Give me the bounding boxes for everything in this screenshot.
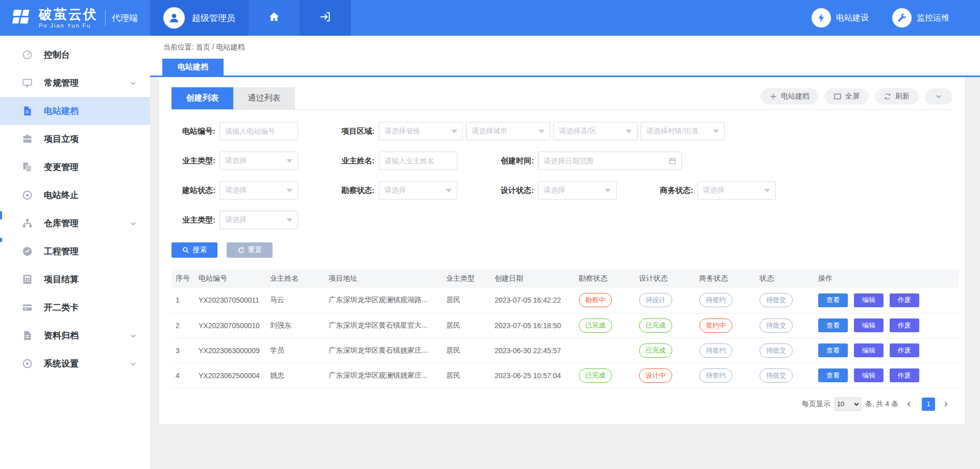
table-header-row: 序号 电站编号 业主姓名 项目地址 业主类型 创建日期 勘察状态 设计状态 商务…	[172, 269, 959, 288]
county-select[interactable]: 请选择县/区	[553, 122, 638, 140]
caret-down-icon	[764, 189, 770, 192]
prev-page-button[interactable]	[902, 401, 916, 408]
view-button[interactable]: 查看	[818, 318, 848, 332]
search-button[interactable]: 搜索	[172, 242, 217, 258]
design-status-select[interactable]: 请选择	[538, 181, 617, 200]
sidebar-item-project-settlement[interactable]: 项目结算	[0, 265, 150, 293]
edit-button[interactable]: 编辑	[854, 343, 884, 357]
collapse-toolbar-button[interactable]	[925, 88, 952, 105]
total-label: 条, 共 4 条	[865, 400, 898, 409]
station-no-input[interactable]	[225, 127, 292, 135]
filter-form: 电站编号: 项目区域: 请选择省份 请选择城市 请选择县/区 请选择村镇/街道 …	[172, 122, 952, 229]
province-select[interactable]: 请选择省份	[379, 122, 463, 140]
reset-button[interactable]: 重置	[227, 242, 273, 258]
build-status-select[interactable]: 请选择	[219, 181, 298, 200]
top-header-bar: 破茧云伏 Po Jian Yun Fu 代理端 超级管理员	[0, 0, 980, 36]
view-button[interactable]: 查看	[818, 343, 848, 357]
sidebar-item-data-archive[interactable]: 资料归档	[0, 322, 150, 350]
refresh-button[interactable]: 刷新	[875, 88, 919, 105]
sitemap-icon	[21, 218, 33, 229]
tab-passed-list[interactable]: 通过列表	[233, 87, 295, 109]
void-button[interactable]: 作废	[890, 368, 919, 382]
fullscreen-button[interactable]: 全屏	[825, 88, 869, 105]
edit-button[interactable]: 编辑	[854, 293, 884, 307]
business-status-label: 商务状态:	[649, 186, 693, 195]
caret-down-icon	[451, 130, 457, 133]
logout-icon	[319, 11, 331, 25]
sidebar-item-console[interactable]: 控制台	[0, 41, 150, 69]
view-button[interactable]: 查看	[818, 368, 848, 382]
survey-status-select[interactable]: 请选择	[379, 181, 457, 200]
business-status-select[interactable]: 请选择	[697, 181, 776, 200]
sidebar-item-engineering-mgmt[interactable]: 工程管理	[0, 237, 150, 265]
table-row: 2 YX2023070500010 刘强东 广东深圳龙华区黄石镇星官大... 居…	[172, 313, 959, 338]
breadcrumb-strip: 当前位置: 首页 / 电站建档 电站建档	[150, 36, 980, 77]
nav-monitor-ops[interactable]: 监控运维	[892, 8, 949, 28]
content-card: 创建列表 通过列表 电站建档 全屏	[159, 77, 965, 424]
file-icon	[21, 330, 33, 341]
page-tab-station-archive[interactable]: 电站建档	[162, 59, 224, 76]
plus-icon	[770, 93, 777, 100]
owner-name-label: 业主姓名:	[331, 156, 375, 166]
status-badge: 设计中	[639, 368, 672, 383]
sidebar-item-system-settings[interactable]: 系统设置	[0, 350, 150, 378]
create-time-field[interactable]	[538, 152, 682, 170]
nav-monitor-ops-label: 监控运维	[917, 13, 949, 23]
status-badge: 勘察中	[579, 293, 612, 307]
document-icon	[21, 106, 33, 117]
sidebar-item-project-initiation[interactable]: 项目立项	[0, 125, 150, 153]
status-badge: 已完成	[579, 368, 612, 383]
chevron-down-icon	[130, 220, 137, 227]
per-page-select[interactable]: 10	[835, 398, 861, 411]
create-station-button[interactable]: 电站建档	[761, 88, 819, 105]
view-button[interactable]: 查看	[818, 293, 848, 307]
nav-station-build[interactable]: 电站建设	[812, 8, 869, 28]
create-time-label: 创建时间:	[490, 156, 534, 166]
status-badge: 待签约	[699, 343, 732, 358]
void-button[interactable]: 作废	[890, 318, 919, 332]
survey-status-label: 勘察状态:	[331, 186, 375, 195]
void-button[interactable]: 作废	[890, 293, 919, 307]
caret-down-icon	[286, 159, 292, 163]
sidebar: 控制台 常规管理 电站建档 项目立项	[0, 36, 150, 469]
home-button[interactable]	[249, 0, 300, 36]
sidebar-item-station-terminate[interactable]: 电站终止	[0, 181, 150, 209]
current-user[interactable]: 超级管理员	[150, 0, 249, 36]
caret-down-icon	[446, 189, 452, 192]
caret-down-icon	[605, 189, 611, 192]
owner-type2-select[interactable]: 请选择	[219, 211, 298, 229]
town-select[interactable]: 请选择村镇/街道	[641, 122, 725, 140]
logout-button[interactable]	[300, 0, 351, 36]
sidebar-item-station-archive[interactable]: 电站建档	[0, 97, 150, 125]
records-table: 序号 电站编号 业主姓名 项目地址 业主类型 创建日期 勘察状态 设计状态 商务…	[172, 269, 959, 388]
dashboard-icon	[21, 50, 33, 61]
void-button[interactable]: 作废	[890, 343, 919, 357]
create-time-input[interactable]	[544, 157, 669, 165]
chevron-down-icon	[130, 332, 137, 339]
caret-down-icon	[286, 189, 292, 192]
station-no-label: 电站编号:	[172, 127, 215, 136]
tab-create-list[interactable]: 创建列表	[172, 87, 233, 109]
owner-name-input[interactable]	[384, 157, 452, 165]
target-icon	[21, 190, 33, 201]
caret-down-icon	[626, 130, 632, 133]
sidebar-item-general-mgmt[interactable]: 常规管理	[0, 69, 150, 97]
page-number-button[interactable]: 1	[922, 398, 935, 411]
status-badge: 待提交	[760, 318, 793, 333]
region-label: 项目区域:	[331, 127, 375, 136]
sidebar-item-open-class2-card[interactable]: 开二类卡	[0, 293, 150, 322]
owner-type-select[interactable]: 请选择	[219, 152, 298, 170]
status-badge: 待提交	[760, 343, 793, 358]
status-badge: 已完成	[579, 318, 612, 333]
sidebar-item-warehouse-mgmt[interactable]: 仓库管理	[0, 209, 150, 237]
next-page-button[interactable]	[939, 401, 952, 408]
edit-button[interactable]: 编辑	[854, 368, 884, 382]
status-badge: 已完成	[639, 318, 672, 333]
main-content: 当前位置: 首页 / 电站建档 电站建档 创建列表 通过列表 电站建档 全屏	[150, 36, 980, 469]
edit-button[interactable]: 编辑	[854, 318, 884, 332]
city-select[interactable]: 请选择城市	[466, 122, 550, 140]
status-badge: 待设计	[639, 293, 672, 307]
sidebar-item-change-mgmt[interactable]: 变更管理	[0, 153, 150, 181]
table-row: 1 YX2023070500011 马云 广东深圳龙华区观澜镇观湖路... 居民…	[172, 288, 959, 313]
refresh-icon	[884, 93, 891, 100]
